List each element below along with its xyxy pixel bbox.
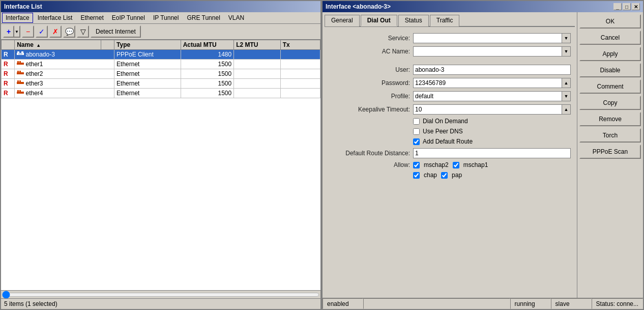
- use-peer-dns-checkbox[interactable]: [413, 128, 420, 135]
- chap-checkbox[interactable]: [413, 172, 420, 179]
- row-tx: [280, 89, 320, 98]
- row-flag: R: [2, 69, 15, 79]
- menu-eoip-tunnel[interactable]: EoIP Tunnel: [108, 13, 149, 23]
- default-route-dist-row: Default Route Distance:: [329, 148, 571, 158]
- row-name: abonado-3: [15, 50, 114, 60]
- add-dropdown-arrow[interactable]: ▼: [14, 25, 20, 38]
- svg-rect-4: [17, 63, 24, 65]
- col-header-l2-mtu[interactable]: L2 MTU: [234, 40, 280, 50]
- minimize-button[interactable]: _: [613, 3, 622, 10]
- close-button[interactable]: ✕: [632, 3, 640, 10]
- table-row[interactable]: R ether2Ethernet1500: [2, 69, 320, 79]
- default-route-dist-label: Default Route Distance:: [329, 150, 410, 157]
- disable-button[interactable]: Disable: [579, 63, 641, 77]
- dial-on-demand-checkbox[interactable]: [413, 118, 420, 125]
- ac-name-input[interactable]: [413, 46, 562, 57]
- table-row[interactable]: R ether1Ethernet1500: [2, 60, 320, 69]
- table-row[interactable]: R ether4Ethernet1500: [2, 89, 320, 98]
- dial-on-demand-row: Dial On Demand: [329, 118, 571, 125]
- password-input[interactable]: [413, 78, 562, 88]
- menu-ip-tunnel[interactable]: IP Tunnel: [150, 13, 182, 23]
- pppoe-scan-button[interactable]: PPPoE Scan: [579, 145, 641, 159]
- copy-button[interactable]: Copy: [579, 96, 641, 110]
- menu-vlan[interactable]: VLAN: [225, 13, 248, 23]
- row-actual-mtu: 1480: [181, 50, 234, 60]
- service-dropdown-btn[interactable]: ▼: [562, 33, 571, 43]
- status-running: running: [510, 298, 551, 309]
- enable-button[interactable]: ✓: [36, 25, 48, 38]
- dialog-title-text: Interface <abonado-3>: [326, 3, 391, 10]
- remove-button[interactable]: −: [22, 25, 34, 38]
- apply-button[interactable]: Apply: [579, 47, 641, 61]
- profile-input[interactable]: [413, 91, 562, 101]
- tab-status[interactable]: Status: [398, 15, 429, 26]
- service-input-group: ▼: [413, 33, 571, 43]
- svg-rect-13: [17, 92, 24, 94]
- table-row[interactable]: R abonado-3PPPoE Client1480: [2, 50, 320, 60]
- horizontal-scrollbar[interactable]: [1, 290, 320, 298]
- allow-checkboxes: mschap2 mschap1: [413, 161, 488, 168]
- chap-label: chap: [424, 172, 437, 179]
- col-header-type[interactable]: Type: [114, 40, 181, 50]
- user-input[interactable]: [413, 65, 571, 75]
- row-name: ether4: [15, 89, 114, 98]
- comment-button[interactable]: Comment: [579, 79, 641, 94]
- use-peer-dns-label: Use Peer DNS: [423, 128, 463, 135]
- col-header-actual-mtu[interactable]: Actual MTU: [181, 40, 234, 50]
- col-header-tx[interactable]: Tx: [280, 40, 320, 50]
- comment-button[interactable]: 💬: [63, 25, 75, 38]
- torch-button[interactable]: Torch: [579, 128, 641, 143]
- table-row[interactable]: R ether3Ethernet1500: [2, 79, 320, 89]
- maximize-button[interactable]: □: [623, 3, 631, 10]
- tab-general[interactable]: General: [325, 15, 360, 26]
- tab-traffic[interactable]: Traffic: [430, 15, 460, 26]
- allow-label: Allow:: [329, 161, 410, 168]
- row-type: Ethernet: [114, 60, 181, 69]
- mschap2-checkbox[interactable]: [413, 162, 420, 168]
- menu-interface[interactable]: Interface: [2, 13, 33, 23]
- pap-checkbox[interactable]: [441, 172, 448, 179]
- profile-input-group: ▼: [413, 91, 571, 101]
- add-default-route-label: Add Default Route: [423, 138, 473, 145]
- dialog-title-bar: Interface <abonado-3> _ □ ✕: [323, 1, 643, 12]
- disable-button[interactable]: ✗: [49, 25, 62, 38]
- ethernet-icon: [17, 70, 24, 77]
- col-header-flag[interactable]: [2, 40, 15, 50]
- check-icon: ✓: [39, 27, 45, 36]
- add-button[interactable]: +: [3, 25, 14, 38]
- remove-icon: −: [26, 27, 30, 36]
- col-header-name[interactable]: Name ▲: [15, 40, 101, 50]
- h-scroll-input[interactable]: [2, 292, 319, 298]
- default-route-dist-input[interactable]: [413, 148, 571, 158]
- ok-button[interactable]: OK: [579, 14, 641, 29]
- filter-button[interactable]: ▽: [77, 25, 89, 38]
- ac-name-dropdown-btn[interactable]: ▼: [562, 46, 571, 57]
- row-flag: R: [2, 79, 15, 89]
- status-bar: 5 items (1 selected): [1, 298, 320, 309]
- profile-dropdown-btn[interactable]: ▼: [562, 91, 571, 101]
- password-up-btn[interactable]: ▲: [562, 78, 571, 88]
- interface-table: Name ▲ Type Actual MTU L2 MTU Tx R abona…: [1, 40, 320, 98]
- cancel-button[interactable]: Cancel: [579, 31, 641, 45]
- service-input[interactable]: [413, 33, 562, 43]
- tab-dial-out[interactable]: Dial Out: [361, 15, 397, 26]
- svg-rect-1: [17, 51, 19, 53]
- mschap1-label: mschap1: [463, 161, 488, 168]
- ac-name-input-group: ▼: [413, 46, 571, 57]
- add-default-route-checkbox[interactable]: [413, 138, 420, 145]
- keepalive-up-btn[interactable]: ▲: [562, 104, 571, 115]
- ethernet-icon: [17, 80, 24, 87]
- keepalive-input[interactable]: [413, 104, 562, 115]
- password-label: Password:: [329, 79, 410, 87]
- row-tx: [280, 79, 320, 89]
- menu-interface-list[interactable]: Interface List: [34, 13, 76, 23]
- mschap1-checkbox[interactable]: [453, 162, 459, 168]
- ethernet-icon: [17, 61, 24, 68]
- menu-ethernet[interactable]: Ethernet: [77, 13, 107, 23]
- menu-gre-tunnel[interactable]: GRE Tunnel: [183, 13, 223, 23]
- row-actual-mtu: 1500: [181, 89, 234, 98]
- status-enabled: enabled: [323, 298, 363, 309]
- detect-internet-button[interactable]: Detect Internet: [91, 25, 141, 38]
- remove-button[interactable]: Remove: [579, 112, 641, 126]
- toolbar: + ▼ − ✓ ✗ 💬 ▽ Detect Internet: [1, 24, 320, 40]
